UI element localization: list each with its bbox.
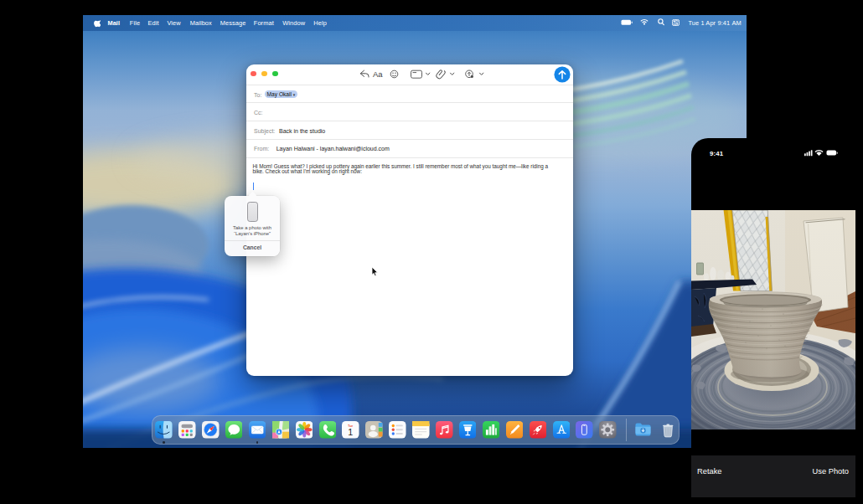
svg-text:Aa: Aa (373, 69, 383, 79)
svg-text:1: 1 (349, 427, 354, 437)
